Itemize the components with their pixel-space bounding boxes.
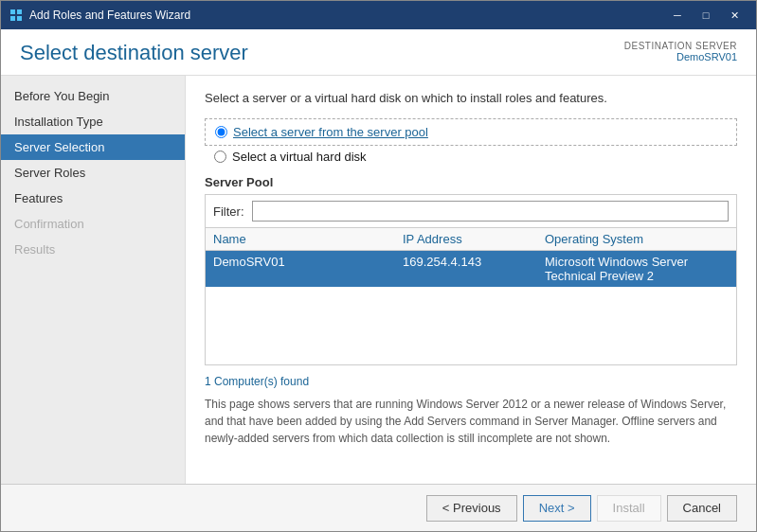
row-ip: 169.254.4.143 <box>403 255 545 283</box>
radio-server-pool[interactable] <box>215 126 227 138</box>
sidebar-item-features[interactable]: Features <box>1 186 185 211</box>
minimize-button[interactable]: ─ <box>663 1 692 29</box>
sidebar-item-server-roles[interactable]: Server Roles <box>1 160 185 186</box>
next-button[interactable]: Next > <box>523 495 591 522</box>
radio-option-vhd[interactable]: Select a virtual hard disk <box>205 150 737 164</box>
svg-rect-1 <box>17 9 22 14</box>
wizard-window: Add Roles and Features Wizard ─ □ ✕ Sele… <box>0 0 757 532</box>
svg-rect-0 <box>10 9 15 14</box>
filter-input[interactable] <box>252 201 730 222</box>
row-os: Microsoft Windows Server Technical Previ… <box>545 255 729 283</box>
radio-group: Select a server from the server pool Sel… <box>205 118 737 164</box>
app-icon <box>9 8 24 23</box>
sidebar-item-confirmation: Confirmation <box>1 211 185 237</box>
row-name: DemoSRV01 <box>213 255 403 283</box>
radio-vhd[interactable] <box>214 151 226 163</box>
cancel-button[interactable]: Cancel <box>667 495 737 522</box>
destination-server-info: DESTINATION SERVER DemoSRV01 <box>624 41 737 62</box>
col-header-ip: IP Address <box>403 232 545 246</box>
page-title: Select destination server <box>20 41 248 65</box>
svg-rect-3 <box>17 16 22 21</box>
install-button[interactable]: Install <box>597 495 661 522</box>
page-header: Select destination server DESTINATION SE… <box>1 29 756 76</box>
info-text: This page shows servers that are running… <box>205 396 737 447</box>
title-bar: Add Roles and Features Wizard ─ □ ✕ <box>1 1 756 29</box>
window-title: Add Roles and Features Wizard <box>29 9 663 22</box>
col-header-name: Name <box>213 232 403 246</box>
destination-name: DemoSRV01 <box>624 51 737 62</box>
server-pool-title: Server Pool <box>205 175 737 189</box>
content-area: Before You Begin Installation Type Serve… <box>1 76 756 484</box>
main-content: Select a server or a virtual hard disk o… <box>186 76 756 484</box>
sidebar-item-server-selection[interactable]: Server Selection <box>1 134 185 160</box>
window-controls: ─ □ ✕ <box>663 1 748 29</box>
table-body: DemoSRV01 169.254.4.143 Microsoft Window… <box>206 251 736 364</box>
server-pool-section: Server Pool Filter: Name IP Address Oper… <box>205 175 737 365</box>
svg-rect-2 <box>10 16 15 21</box>
sidebar-item-installation-type[interactable]: Installation Type <box>1 109 185 134</box>
sidebar: Before You Begin Installation Type Serve… <box>1 76 186 484</box>
maximize-button[interactable]: □ <box>692 1 720 29</box>
radio-vhd-label[interactable]: Select a virtual hard disk <box>232 150 367 164</box>
radio-server-pool-label[interactable]: Select a server from the server pool <box>233 125 428 139</box>
filter-label: Filter: <box>213 204 244 219</box>
table-header: Name IP Address Operating System <box>206 228 736 251</box>
destination-label: DESTINATION SERVER <box>624 41 737 51</box>
filter-bar: Filter: <box>206 195 736 228</box>
table-row[interactable]: DemoSRV01 169.254.4.143 Microsoft Window… <box>206 251 736 287</box>
count-text: 1 Computer(s) found <box>205 375 737 388</box>
radio-option-server-pool[interactable]: Select a server from the server pool <box>205 118 737 146</box>
footer: < Previous Next > Install Cancel <box>1 484 756 531</box>
sidebar-item-results: Results <box>1 237 185 262</box>
previous-button[interactable]: < Previous <box>426 495 517 522</box>
server-pool-table: Filter: Name IP Address Operating System… <box>205 194 737 365</box>
col-header-os: Operating System <box>545 232 729 246</box>
sidebar-item-before-you-begin[interactable]: Before You Begin <box>1 83 185 109</box>
close-button[interactable]: ✕ <box>720 1 748 29</box>
instruction-text: Select a server or a virtual hard disk o… <box>205 91 737 105</box>
